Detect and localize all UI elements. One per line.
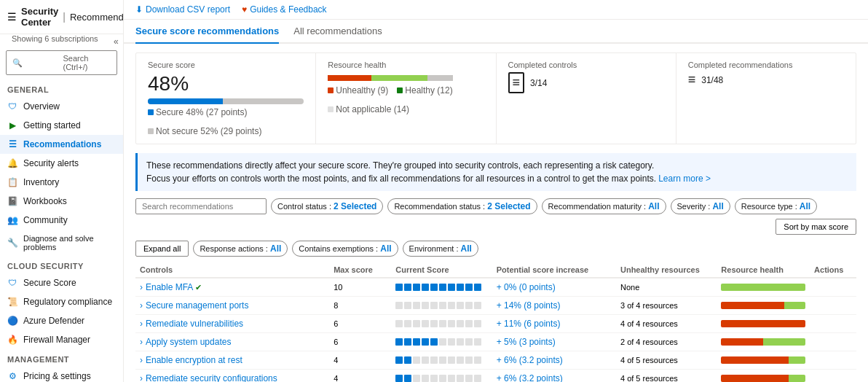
sidebar-item-firewall[interactable]: 🔥 Firewall Manager: [0, 330, 123, 349]
sidebar-item-label: Firewall Manager: [23, 335, 90, 345]
actions-cell: [810, 370, 856, 383]
control-name[interactable]: Remediate vulnerabilities: [146, 319, 243, 329]
pricing-icon: ⚙: [7, 371, 17, 381]
filter-recommendation-maturity[interactable]: Recommendation maturity : All: [542, 198, 666, 214]
col-potential: Potential score increase: [492, 262, 616, 278]
learn-more-link[interactable]: Learn more >: [658, 174, 711, 184]
tab-secure-score[interactable]: Secure score recommendations: [135, 20, 279, 44]
search-placeholder: Search (Ctrl+/): [63, 54, 111, 71]
page-name: Recommendations: [70, 12, 124, 23]
potential-value: + 14% (8 points): [497, 300, 561, 311]
getting-started-icon: ▶: [7, 120, 17, 130]
score-dot: [395, 320, 403, 327]
sidebar-item-azure-defender[interactable]: 🔵 Azure Defender: [0, 311, 123, 330]
current-score-cell: [391, 333, 492, 351]
expand-arrow[interactable]: ›: [140, 319, 143, 329]
app-header: ☰ Security Center | Recommendations ···: [0, 0, 123, 34]
filter-resource-type[interactable]: Resource type : All: [735, 198, 817, 214]
sidebar-item-label: Secure Score: [23, 278, 76, 288]
guides-feedback-button[interactable]: ♥ Guides & Feedback: [242, 4, 327, 15]
sidebar-item-security-alerts[interactable]: 🔔 Security alerts: [0, 154, 123, 173]
download-csv-button[interactable]: ⬇ Download CSV report: [135, 4, 230, 15]
score-dot: [404, 284, 411, 291]
sidebar-item-workbooks[interactable]: 📓 Workbooks: [0, 192, 123, 211]
score-dot: [465, 284, 473, 291]
sidebar-search[interactable]: 🔍 Search (Ctrl+/): [6, 50, 117, 75]
info-line2: Focus your efforts on controls worth the…: [146, 174, 656, 184]
resource-health-cell: [717, 315, 810, 333]
sidebar-item-recommendations[interactable]: ☰ Recommendations: [0, 135, 123, 154]
max-score-cell: 10: [329, 278, 391, 297]
score-dot: [439, 338, 446, 346]
score-dot: [439, 284, 446, 291]
healthy-bar: [371, 75, 427, 81]
expand-arrow[interactable]: ›: [140, 282, 143, 292]
filter-contains-exemptions[interactable]: Contains exemptions : All: [292, 241, 398, 257]
resource-health-cell: [717, 370, 810, 383]
score-dot: [465, 338, 473, 346]
sidebar-item-secure-score[interactable]: 🛡 Secure Score: [0, 273, 123, 292]
score-dot: [474, 375, 481, 382]
sidebar-item-overview[interactable]: 🛡 Overview: [0, 97, 123, 116]
filter-control-status[interactable]: Control status : 2 Selected: [271, 198, 383, 214]
score-dot: [422, 356, 429, 364]
sidebar-item-community[interactable]: 👥 Community: [0, 211, 123, 230]
workbooks-icon: 📓: [7, 196, 17, 206]
table-body: ›Enable MFA ✔10+ 0% (0 points)None ›Secu…: [135, 278, 856, 382]
collapse-icon[interactable]: «: [114, 36, 119, 47]
red-health: [721, 356, 789, 364]
score-dot: [439, 375, 446, 382]
expand-all-button[interactable]: Expand all: [135, 241, 189, 257]
score-dot: [422, 320, 429, 327]
filter-severity[interactable]: Severity : All: [671, 198, 730, 214]
control-name[interactable]: Apply system updates: [146, 337, 231, 347]
sidebar-item-pricing[interactable]: ⚙ Pricing & settings: [0, 367, 123, 382]
potential-value: + 6% (3.2 points): [497, 373, 563, 382]
score-dot: [404, 320, 411, 327]
filter-environment[interactable]: Environment : All: [403, 241, 478, 257]
unhealthy-resources-cell: 2 of 4 resources: [616, 333, 717, 351]
section-management: Management: [0, 349, 123, 367]
score-dot: [413, 338, 420, 346]
secure-score-value: 48%: [148, 72, 304, 96]
red-health: [721, 338, 763, 346]
control-name[interactable]: Enable MFA: [146, 282, 193, 292]
control-name[interactable]: Secure management ports: [146, 300, 248, 311]
col-current-score: Current Score: [391, 262, 492, 278]
tab-all-recommendations[interactable]: All recommendations: [293, 20, 382, 44]
search-recommendations-input[interactable]: [135, 198, 267, 214]
control-name[interactable]: Enable encryption at rest: [146, 355, 242, 365]
secure-score-title: Secure score: [148, 61, 304, 69]
inventory-icon: 📋: [7, 177, 17, 187]
current-score-cell: [391, 297, 492, 315]
score-dot: [448, 284, 455, 291]
sort-button[interactable]: Sort by max score: [776, 219, 856, 235]
verified-icon: ✔: [195, 283, 202, 292]
health-bar: [721, 302, 805, 309]
unhealthy-resources-cell: 4 of 5 resources: [616, 370, 717, 383]
control-cell: ›Remediate security configurations: [135, 370, 329, 383]
filter-response-actions[interactable]: Response actions : All: [193, 241, 288, 257]
score-dot: [457, 375, 464, 382]
sidebar-item-regulatory[interactable]: 📜 Regulatory compliance: [0, 292, 123, 311]
filter-recommendation-status[interactable]: Recommendation status : 2 Selected: [387, 198, 537, 214]
control-name[interactable]: Remediate security configurations: [146, 373, 277, 382]
sidebar-item-inventory[interactable]: 📋 Inventory: [0, 173, 123, 192]
score-dot: [448, 320, 455, 327]
score-dot: [413, 375, 420, 382]
potential-score-cell: + 5% (3 points): [492, 333, 616, 351]
sidebar-item-diagnose[interactable]: 🔧 Diagnose and solve problems: [0, 230, 123, 256]
expand-arrow[interactable]: ›: [140, 373, 143, 382]
diagnose-icon: 🔧: [7, 238, 17, 248]
completed-rec-value: ≡ 31/48: [688, 72, 844, 87]
expand-arrow[interactable]: ›: [140, 300, 143, 311]
sidebar-item-getting-started[interactable]: ▶ Getting started: [0, 116, 123, 135]
score-dots: [395, 284, 487, 291]
gray-legend-dot: [148, 128, 154, 134]
resource-health-cell: [717, 297, 810, 315]
score-dot: [404, 302, 411, 309]
score-dot: [439, 302, 446, 309]
expand-arrow[interactable]: ›: [140, 337, 143, 347]
expand-arrow[interactable]: ›: [140, 355, 143, 365]
info-banner: These recommendations directly affect yo…: [135, 153, 856, 191]
